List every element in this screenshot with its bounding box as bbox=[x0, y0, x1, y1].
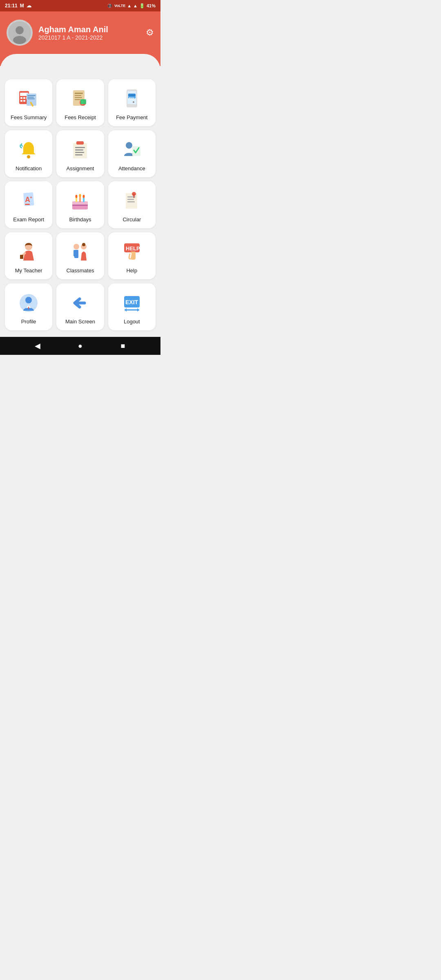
birthdays-item[interactable]: Birthdays bbox=[56, 181, 104, 228]
exam-report-item[interactable]: A + Exam Report bbox=[5, 181, 52, 228]
exam-report-label: Exam Report bbox=[13, 216, 44, 223]
svg-rect-71 bbox=[28, 307, 29, 309]
fees-receipt-icon-area: $ bbox=[68, 87, 92, 111]
notification-label: Notification bbox=[16, 165, 42, 172]
birthdays-label: Birthdays bbox=[69, 216, 91, 223]
circular-icon-area bbox=[120, 189, 144, 213]
help-item[interactable]: HELP Help bbox=[108, 232, 156, 279]
svg-rect-31 bbox=[73, 143, 87, 158]
svg-rect-13 bbox=[27, 97, 34, 98]
gmail-icon: M bbox=[20, 3, 24, 9]
my-teacher-icon-area bbox=[16, 240, 41, 264]
recents-button[interactable]: ■ bbox=[117, 340, 129, 352]
fees-summary-icon-area bbox=[16, 87, 41, 111]
svg-rect-63 bbox=[77, 250, 78, 256]
svg-rect-12 bbox=[27, 95, 36, 96]
svg-point-70 bbox=[25, 297, 32, 303]
my-teacher-label: My Teacher bbox=[15, 267, 42, 274]
attendance-item[interactable]: Attendance bbox=[108, 130, 156, 177]
svg-point-48 bbox=[76, 195, 78, 198]
svg-rect-27 bbox=[128, 94, 136, 96]
svg-rect-33 bbox=[75, 147, 85, 148]
svg-rect-52 bbox=[126, 193, 137, 209]
home-button[interactable]: ● bbox=[74, 340, 86, 352]
help-label: Help bbox=[126, 267, 137, 274]
settings-icon[interactable]: ⚙ bbox=[146, 27, 154, 38]
profile-icon-area bbox=[16, 291, 41, 315]
my-teacher-item[interactable]: My Teacher bbox=[5, 232, 52, 279]
fee-payment-item[interactable]: PAY Fee Payment bbox=[108, 79, 156, 126]
svg-rect-51 bbox=[72, 205, 88, 206]
svg-rect-6 bbox=[23, 97, 25, 99]
svg-text:EXIT: EXIT bbox=[125, 299, 138, 305]
svg-rect-9 bbox=[23, 100, 25, 102]
user-info: Agham Aman Anil 2021017 1 A - 2021-2022 bbox=[38, 25, 108, 41]
svg-rect-55 bbox=[127, 201, 135, 203]
fees-receipt-label: Fees Receipt bbox=[65, 114, 96, 120]
profile-item[interactable]: Profile bbox=[5, 283, 52, 330]
assignment-icon-area bbox=[68, 138, 92, 162]
svg-point-49 bbox=[79, 194, 81, 197]
svg-rect-42 bbox=[25, 204, 30, 205]
circular-item[interactable]: Circular bbox=[108, 181, 156, 228]
svg-rect-34 bbox=[75, 149, 83, 151]
grid-container: Fees Summary $ Fees Receipt bbox=[0, 73, 160, 337]
svg-rect-20 bbox=[75, 99, 80, 100]
wifi-icon: ▲ bbox=[127, 3, 131, 8]
svg-point-1 bbox=[16, 26, 24, 34]
cloud-icon: ☁ bbox=[27, 3, 31, 9]
classmates-label: Classmates bbox=[67, 267, 94, 274]
header-curve bbox=[0, 54, 160, 74]
svg-rect-68 bbox=[131, 252, 136, 253]
svg-rect-23 bbox=[80, 99, 86, 104]
fees-summary-item[interactable]: Fees Summary bbox=[5, 79, 52, 126]
help-icon-area: HELP bbox=[120, 240, 144, 264]
bottom-nav: ◀ ● ■ bbox=[0, 337, 160, 355]
svg-rect-17 bbox=[75, 93, 83, 94]
svg-point-65 bbox=[82, 243, 85, 246]
circular-label: Circular bbox=[122, 216, 141, 223]
svg-point-30 bbox=[27, 155, 30, 158]
signal-icon: ▲ bbox=[133, 3, 138, 8]
status-bar: 21:11 M ☁ 📵 VoLTE ▲ ▲ 🔋 41% bbox=[0, 0, 160, 11]
svg-point-37 bbox=[126, 142, 132, 149]
assignment-item[interactable]: Assignment bbox=[56, 130, 104, 177]
volte-icon: VoLTE bbox=[114, 4, 125, 8]
svg-rect-8 bbox=[20, 100, 22, 102]
attendance-label: Attendance bbox=[118, 165, 145, 172]
exam-report-icon-area: A + bbox=[16, 189, 41, 213]
svg-rect-54 bbox=[127, 199, 134, 200]
logout-icon-area: EXIT bbox=[120, 291, 144, 315]
notification-item[interactable]: Notification bbox=[5, 130, 52, 177]
svg-point-29 bbox=[133, 101, 134, 103]
classmates-icon-area bbox=[68, 240, 92, 264]
svg-rect-14 bbox=[27, 98, 35, 99]
status-left: 21:11 M ☁ bbox=[5, 3, 31, 9]
logout-item[interactable]: EXIT Logout bbox=[108, 283, 156, 330]
main-screen-item[interactable]: Main Screen bbox=[56, 283, 104, 330]
time-display: 21:11 bbox=[5, 3, 18, 9]
svg-rect-18 bbox=[75, 95, 81, 96]
main-screen-icon-area bbox=[68, 291, 92, 315]
user-name: Agham Aman Anil bbox=[38, 25, 108, 34]
fees-receipt-item[interactable]: $ Fees Receipt bbox=[56, 79, 104, 126]
svg-rect-57 bbox=[134, 194, 134, 198]
svg-text:PAY: PAY bbox=[129, 97, 135, 100]
fees-summary-label: Fees Summary bbox=[11, 114, 47, 120]
battery-icon: 🔋 bbox=[139, 3, 145, 9]
svg-rect-35 bbox=[75, 152, 84, 153]
svg-point-2 bbox=[13, 36, 26, 44]
fee-payment-icon-area: PAY bbox=[120, 87, 144, 111]
svg-rect-19 bbox=[75, 97, 82, 98]
profile-label: Profile bbox=[21, 318, 36, 325]
phone-icon: 📵 bbox=[107, 3, 113, 9]
user-sub: 2021017 1 A - 2021-2022 bbox=[38, 34, 108, 41]
header-left: Agham Aman Anil 2021017 1 A - 2021-2022 bbox=[7, 20, 108, 46]
notification-icon-area bbox=[16, 138, 41, 162]
svg-rect-59 bbox=[20, 255, 23, 259]
svg-point-50 bbox=[83, 195, 85, 198]
svg-rect-36 bbox=[75, 154, 82, 156]
back-button[interactable]: ◀ bbox=[32, 340, 43, 352]
classmates-item[interactable]: Classmates bbox=[56, 232, 104, 279]
status-right: 📵 VoLTE ▲ ▲ 🔋 41% bbox=[107, 3, 156, 9]
